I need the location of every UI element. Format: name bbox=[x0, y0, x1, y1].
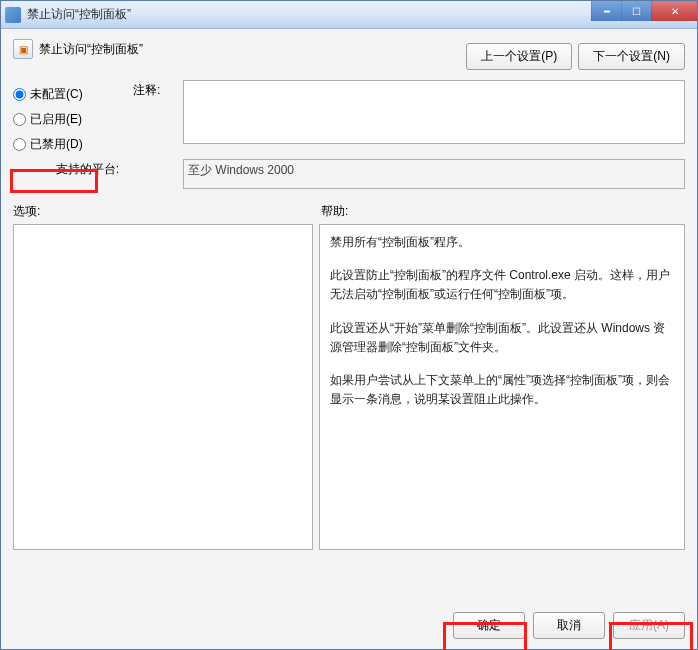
radio-enabled-label: 已启用(E) bbox=[30, 111, 82, 128]
radio-not-configured-label: 未配置(C) bbox=[30, 86, 83, 103]
help-p3: 如果用户尝试从上下文菜单上的“属性”项选择“控制面板”项，则会显示一条消息，说明… bbox=[330, 371, 674, 409]
minimize-button[interactable]: ━ bbox=[591, 1, 621, 21]
radio-disabled-label: 已禁用(D) bbox=[30, 136, 83, 153]
policy-title: 禁止访问“控制面板” bbox=[39, 41, 143, 58]
platform-textarea bbox=[183, 159, 685, 189]
help-p2: 此设置还从“开始”菜单删除“控制面板”。此设置还从 Windows 资源管理器删… bbox=[330, 319, 674, 357]
comment-textarea[interactable] bbox=[183, 80, 685, 144]
mid-labels: 选项: 帮助: bbox=[13, 203, 685, 220]
radio-enabled[interactable]: 已启用(E) bbox=[13, 111, 113, 128]
state-radio-group: 未配置(C) 已启用(E) 已禁用(D) bbox=[13, 80, 123, 153]
apply-button[interactable]: 应用(A) bbox=[613, 612, 685, 639]
client-area: ▣ 禁止访问“控制面板” 上一个设置(P) 下一个设置(N) 未配置(C) 已启… bbox=[1, 29, 697, 649]
app-icon bbox=[5, 7, 21, 23]
radio-enabled-input[interactable] bbox=[13, 113, 26, 126]
next-setting-button[interactable]: 下一个设置(N) bbox=[578, 43, 685, 70]
options-label: 选项: bbox=[13, 203, 321, 220]
panels: 禁用所有“控制面板”程序。 此设置防止“控制面板”的程序文件 Control.e… bbox=[13, 224, 685, 550]
footer-buttons: 确定 取消 应用(A) bbox=[453, 612, 685, 639]
platform-label: 支持的平台: bbox=[13, 159, 123, 178]
prev-setting-button[interactable]: 上一个设置(P) bbox=[466, 43, 572, 70]
help-panel[interactable]: 禁用所有“控制面板”程序。 此设置防止“控制面板”的程序文件 Control.e… bbox=[319, 224, 685, 550]
policy-icon: ▣ bbox=[13, 39, 33, 59]
titlebar: 禁止访问“控制面板” ━ ☐ ✕ bbox=[1, 1, 697, 29]
radio-not-configured-input[interactable] bbox=[13, 88, 26, 101]
window-controls: ━ ☐ ✕ bbox=[591, 1, 697, 21]
header-row: ▣ 禁止访问“控制面板” 上一个设置(P) 下一个设置(N) bbox=[13, 39, 685, 70]
close-button[interactable]: ✕ bbox=[651, 1, 697, 21]
cancel-button[interactable]: 取消 bbox=[533, 612, 605, 639]
options-panel[interactable] bbox=[13, 224, 313, 550]
platform-row: 支持的平台: bbox=[13, 159, 685, 189]
radio-not-configured[interactable]: 未配置(C) bbox=[13, 86, 113, 103]
help-label: 帮助: bbox=[321, 203, 348, 220]
help-p1: 此设置防止“控制面板”的程序文件 Control.exe 启动。这样，用户无法启… bbox=[330, 266, 674, 304]
radio-disabled-input[interactable] bbox=[13, 138, 26, 151]
nav-buttons: 上一个设置(P) 下一个设置(N) bbox=[466, 43, 685, 70]
ok-button[interactable]: 确定 bbox=[453, 612, 525, 639]
window-title: 禁止访问“控制面板” bbox=[27, 6, 131, 23]
radio-disabled[interactable]: 已禁用(D) bbox=[13, 136, 113, 153]
state-comment-row: 未配置(C) 已启用(E) 已禁用(D) 注释: bbox=[13, 80, 685, 153]
maximize-button[interactable]: ☐ bbox=[621, 1, 651, 21]
comment-label: 注释: bbox=[133, 80, 173, 99]
help-p0: 禁用所有“控制面板”程序。 bbox=[330, 233, 674, 252]
header-left: ▣ 禁止访问“控制面板” bbox=[13, 39, 143, 59]
